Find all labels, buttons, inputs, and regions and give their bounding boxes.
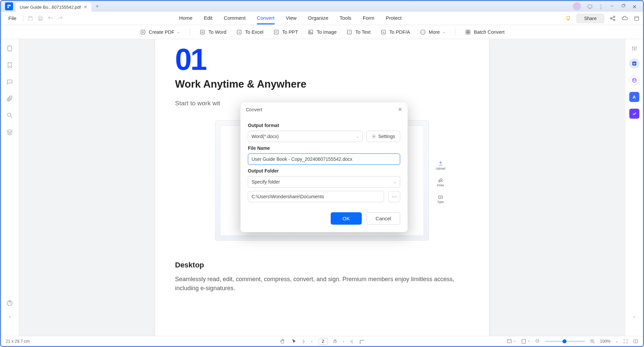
- check-badge-icon[interactable]: [629, 109, 639, 119]
- main-menu: Home Edit Comment Convert View Organize …: [179, 12, 401, 24]
- svg-rect-3: [29, 16, 31, 18]
- zoom-in-icon[interactable]: [590, 339, 595, 344]
- ai-bot-icon[interactable]: [629, 75, 639, 85]
- notification-icon[interactable]: [587, 4, 592, 9]
- batch-convert-button[interactable]: Batch Convert: [465, 29, 505, 35]
- to-image-button[interactable]: To Image: [307, 29, 337, 35]
- collapse-ribbon-icon[interactable]: [633, 15, 640, 22]
- read-mode-icon[interactable]: [633, 339, 638, 344]
- zoom-menu-icon[interactable]: ⌄: [615, 339, 618, 343]
- create-pdf-button[interactable]: Create PDF ⌄: [140, 29, 180, 35]
- close-window-icon[interactable]: ✕: [632, 4, 638, 9]
- bookmark-icon[interactable]: [6, 62, 14, 69]
- print-icon[interactable]: [35, 13, 45, 23]
- svg-rect-18: [309, 30, 313, 34]
- word-badge-icon[interactable]: W: [629, 59, 639, 69]
- dialog-titlebar: Convert ✕: [240, 102, 408, 117]
- page-h2: Desktop: [175, 261, 469, 269]
- fullscreen-icon[interactable]: [623, 339, 628, 344]
- output-format-value: Word(*.docx): [252, 134, 279, 139]
- separator: [189, 28, 190, 36]
- cancel-button[interactable]: Cancel: [366, 212, 400, 225]
- document-tab[interactable]: User Guide Bo...607155542.pdf ✕: [16, 2, 92, 12]
- output-format-select[interactable]: Word(*.docx) ⌄: [248, 131, 362, 142]
- hand-tool-icon[interactable]: [280, 339, 285, 344]
- zoom-out-icon[interactable]: [535, 339, 540, 344]
- page-body-text: Seamlessly read, edit, comment, compress…: [175, 275, 469, 293]
- convert-dialog: Convert ✕ Output format Word(*.docx) ⌄ S…: [240, 102, 408, 232]
- prev-page-icon[interactable]: ‹: [311, 339, 313, 344]
- redo-icon[interactable]: [55, 13, 65, 23]
- folder-path-input[interactable]: C:\Users\Wondershare\Documents: [248, 191, 384, 202]
- annotate-badge-icon[interactable]: A: [629, 92, 639, 102]
- page-layout-icon[interactable]: ⌄: [521, 338, 530, 344]
- output-folder-label: Output Folder: [248, 168, 400, 174]
- separator: [455, 28, 455, 36]
- cloud-icon[interactable]: [621, 15, 628, 22]
- new-tab-button[interactable]: +: [96, 3, 99, 10]
- to-excel-button[interactable]: X To Excel: [236, 29, 264, 35]
- last-page-icon[interactable]: ›|: [350, 339, 352, 344]
- close-tab-icon[interactable]: ✕: [84, 4, 88, 10]
- filename-input[interactable]: User Guide Book - Copy_20240607155542.do…: [248, 153, 400, 165]
- first-page-icon[interactable]: |‹: [303, 339, 305, 344]
- ok-button[interactable]: OK: [331, 212, 362, 225]
- search-panel-icon[interactable]: [6, 112, 14, 119]
- settings-button[interactable]: Settings: [366, 131, 400, 142]
- share-button[interactable]: Share: [577, 14, 604, 23]
- dialog-close-icon[interactable]: ✕: [398, 106, 402, 113]
- menu-tools[interactable]: Tools: [340, 12, 351, 24]
- file-menu[interactable]: File: [4, 13, 21, 23]
- expand-right-rail-icon[interactable]: ›: [633, 314, 635, 319]
- user-avatar[interactable]: [573, 2, 581, 10]
- shot-type: Type: [436, 194, 445, 204]
- gear-icon: [371, 134, 376, 139]
- filename-label: File Name: [248, 145, 400, 151]
- next-page-icon[interactable]: ›: [343, 339, 344, 344]
- menu-form[interactable]: Form: [363, 12, 374, 24]
- svg-point-19: [310, 31, 310, 32]
- properties-icon[interactable]: [631, 45, 638, 52]
- svg-rect-42: [360, 340, 364, 344]
- svg-text:W: W: [633, 62, 635, 65]
- to-ppt-button[interactable]: P To PPT: [273, 29, 298, 35]
- maximize-icon[interactable]: [621, 4, 626, 9]
- help-icon[interactable]: [6, 300, 14, 307]
- lightbulb-icon[interactable]: [565, 15, 572, 22]
- reflow-icon[interactable]: [359, 339, 364, 344]
- menu-view[interactable]: View: [286, 12, 297, 24]
- menu-home[interactable]: Home: [179, 12, 192, 24]
- minimize-icon[interactable]: [610, 4, 615, 9]
- expand-left-rail-icon[interactable]: ‹: [9, 314, 11, 319]
- zoom-slider[interactable]: [545, 341, 585, 342]
- plus-square-icon: [140, 29, 146, 35]
- to-text-button[interactable]: T To Text: [346, 29, 371, 35]
- svg-rect-29: [468, 30, 470, 32]
- undo-icon[interactable]: [45, 13, 55, 23]
- to-pdfa-button[interactable]: A To PDF/A: [380, 29, 410, 35]
- menu-edit[interactable]: Edit: [204, 12, 212, 24]
- attachment-icon[interactable]: [6, 95, 14, 103]
- layers-icon[interactable]: [6, 129, 14, 136]
- page-total: /5: [333, 339, 337, 344]
- more-button[interactable]: More ⌄: [420, 29, 446, 35]
- to-word-button[interactable]: W To Word: [199, 29, 226, 35]
- select-tool-icon[interactable]: [291, 339, 297, 344]
- menu-comment[interactable]: Comment: [224, 12, 246, 24]
- page-number-input[interactable]: [319, 338, 327, 345]
- fit-width-icon[interactable]: ⌄: [506, 338, 516, 344]
- folder-mode-select[interactable]: Specify folder ⌄: [248, 176, 400, 188]
- save-icon[interactable]: [25, 13, 35, 23]
- cloud-share-icon[interactable]: [609, 15, 616, 22]
- titlebar: User Guide Bo...607155542.pdf ✕ + ⋮ ✕: [1, 1, 643, 12]
- comment-panel-icon[interactable]: [6, 79, 14, 86]
- menu-convert[interactable]: Convert: [257, 12, 275, 24]
- menu-protect[interactable]: Protect: [386, 12, 402, 24]
- browse-folder-button[interactable]: ⋯: [388, 191, 400, 202]
- menu-organize[interactable]: Organize: [308, 12, 328, 24]
- thumbnails-icon[interactable]: [6, 45, 14, 52]
- page-dimensions: 21 x 29.7 cm: [6, 339, 30, 344]
- svg-point-25: [422, 32, 422, 32]
- output-format-label: Output format: [248, 123, 400, 128]
- kebab-menu-icon[interactable]: ⋮: [598, 4, 604, 9]
